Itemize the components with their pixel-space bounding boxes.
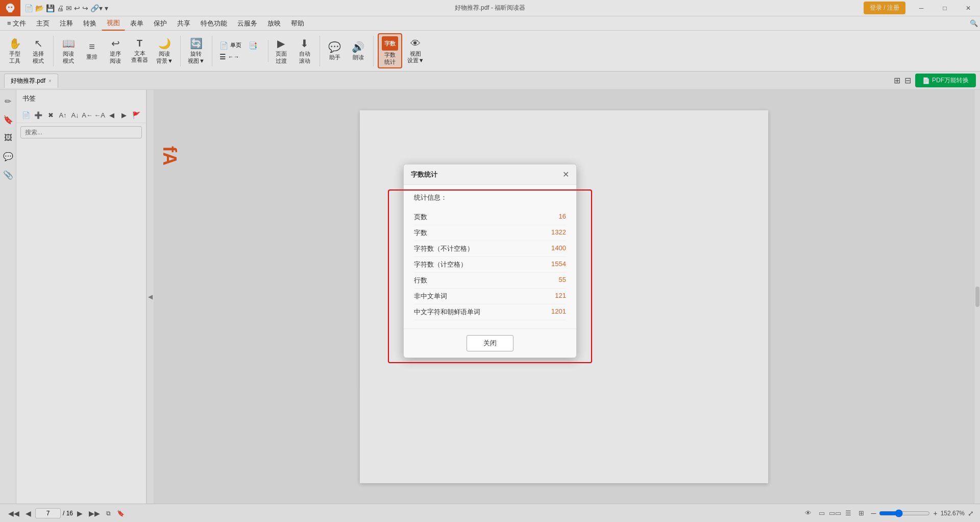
dialog-close-x-button[interactable]: ✕ — [562, 170, 569, 179]
dialog-footer: 关闭 — [404, 328, 576, 358]
stat-label: 字符数（计空格） — [414, 260, 467, 269]
stat-row: 中文字符和朝鲜语单词 1201 — [414, 304, 566, 320]
dialog-header: 字数统计 ✕ — [404, 164, 576, 185]
dialog-title: 字数统计 — [411, 170, 437, 179]
dialog-close-button[interactable]: 关闭 — [467, 335, 513, 351]
stat-row: 非中文单词 121 — [414, 289, 566, 304]
stat-row: 页数 16 — [414, 209, 566, 225]
word-count-dialog: 字数统计 ✕ 统计信息： 页数 16 字数 1322 字符数（不计空格） 140… — [403, 164, 577, 358]
stat-row: 字符数（计空格） 1554 — [414, 257, 566, 273]
dialog-section-title: 统计信息： — [414, 193, 566, 202]
stat-label: 页数 — [414, 212, 427, 222]
stat-label: 行数 — [414, 276, 427, 285]
stat-row: 字符数（不计空格） 1400 — [414, 241, 566, 257]
dialog-overlay: 字数统计 ✕ 统计信息： 页数 16 字数 1322 字符数（不计空格） 140… — [0, 0, 980, 522]
stat-value: 1554 — [551, 260, 566, 269]
stat-value: 1201 — [551, 307, 566, 317]
stat-value: 1322 — [551, 228, 566, 238]
stat-row: 字数 1322 — [414, 225, 566, 241]
stat-value: 1400 — [551, 244, 566, 253]
stat-value: 55 — [559, 276, 566, 285]
stat-label: 中文字符和朝鲜语单词 — [414, 307, 480, 317]
stat-value: 16 — [559, 212, 566, 222]
stats-list: 页数 16 字数 1322 字符数（不计空格） 1400 字符数（计空格） 15… — [414, 209, 566, 320]
stat-label: 非中文单词 — [414, 292, 447, 301]
dialog-body: 统计信息： 页数 16 字数 1322 字符数（不计空格） 1400 字符数（计… — [404, 185, 576, 328]
stat-row: 行数 55 — [414, 273, 566, 289]
stat-value: 121 — [555, 292, 566, 301]
stat-label: 字数 — [414, 228, 427, 238]
stat-label: 字符数（不计空格） — [414, 244, 474, 253]
